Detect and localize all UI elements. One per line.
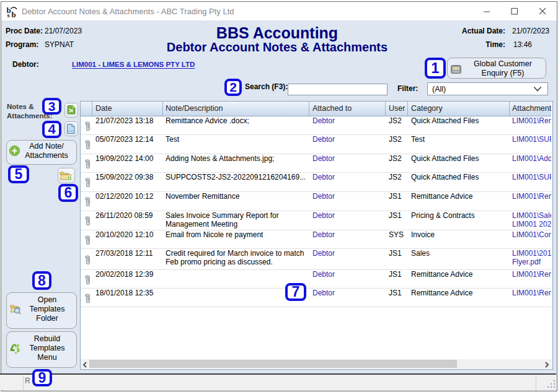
svg-text:s: s xyxy=(7,12,10,18)
svg-text:b: b xyxy=(12,10,16,19)
